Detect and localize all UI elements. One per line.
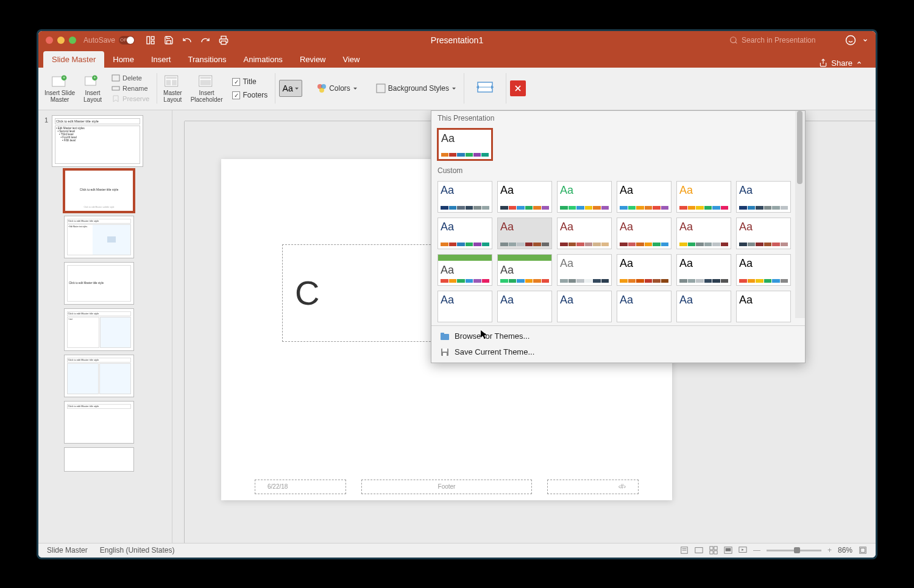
theme-card[interactable]: Aa xyxy=(736,254,791,286)
theme-card[interactable]: Aa xyxy=(557,181,612,213)
theme-card[interactable]: Aa xyxy=(557,218,612,249)
theme-card[interactable]: Aa xyxy=(557,254,612,286)
theme-card[interactable]: Aa xyxy=(676,181,731,213)
save-icon[interactable] xyxy=(164,35,174,45)
tab-slide-master[interactable]: Slide Master xyxy=(43,51,104,68)
layout-thumbnail[interactable] xyxy=(64,447,134,472)
tab-transitions[interactable]: Transitions xyxy=(179,51,235,68)
theme-card[interactable]: Aa xyxy=(497,218,552,249)
insert-slide-master-button[interactable]: + Insert Slide Master xyxy=(42,71,77,105)
background-styles-dropdown[interactable]: Background Styles xyxy=(372,82,460,94)
slide-size-button[interactable] xyxy=(475,79,495,96)
rename-button[interactable]: Rename xyxy=(112,83,149,93)
footers-checkbox[interactable]: Footers xyxy=(232,91,267,99)
theme-card[interactable]: Aa xyxy=(497,254,552,286)
fit-to-window-button[interactable] xyxy=(859,546,867,554)
theme-card[interactable]: Aa xyxy=(438,291,492,322)
theme-card[interactable]: Aa xyxy=(438,218,492,249)
zoom-level[interactable]: 86% xyxy=(838,546,852,554)
sorter-view-button[interactable] xyxy=(709,546,718,554)
svg-rect-17 xyxy=(112,87,119,90)
svg-rect-56 xyxy=(861,548,865,553)
theme-card[interactable]: Aa xyxy=(736,291,791,322)
view-mode-label: Slide Master xyxy=(47,546,88,554)
close-icon xyxy=(514,84,522,93)
theme-card[interactable]: Aa xyxy=(438,254,492,286)
tab-insert[interactable]: Insert xyxy=(143,51,180,68)
theme-card[interactable]: Aa xyxy=(617,291,671,322)
zoom-slider[interactable] xyxy=(767,550,821,551)
layout-thumbnail[interactable]: Click to edit Master title style xyxy=(64,355,134,397)
svg-marker-29 xyxy=(353,88,357,90)
language-label[interactable]: English (United States) xyxy=(100,546,175,554)
slideshow-button[interactable] xyxy=(739,546,747,554)
theme-card[interactable]: Aa xyxy=(676,291,731,322)
svg-marker-25 xyxy=(295,88,299,90)
autosave-toggle[interactable]: AutoSave OFF xyxy=(83,36,135,44)
share-button[interactable]: Share xyxy=(819,58,871,68)
preserve-button[interactable]: Preserve xyxy=(112,94,149,104)
theme-card[interactable]: Aa xyxy=(676,254,731,286)
scrollbar[interactable] xyxy=(795,111,805,318)
print-icon[interactable] xyxy=(219,35,228,45)
delete-button[interactable]: Delete xyxy=(112,73,149,83)
minimize-window[interactable] xyxy=(57,37,65,44)
svg-line-5 xyxy=(735,41,737,43)
theme-card[interactable]: Aa xyxy=(617,218,671,249)
tab-animations[interactable]: Animations xyxy=(235,51,291,68)
layout-thumbnail[interactable]: Click to edit Master title style xyxy=(64,262,134,305)
svg-rect-50 xyxy=(714,551,717,554)
chevron-up-icon xyxy=(856,60,862,66)
theme-card[interactable]: Aa xyxy=(497,291,552,322)
theme-card[interactable]: Aa xyxy=(676,218,731,249)
theme-card[interactable]: Aa xyxy=(438,181,492,213)
theme-card[interactable]: Aa xyxy=(557,291,612,322)
maximize-window[interactable] xyxy=(69,37,76,44)
slide-number-placeholder[interactable]: ‹#› xyxy=(547,480,639,494)
tab-home[interactable]: Home xyxy=(104,51,143,68)
themes-dropdown-button[interactable]: Aa xyxy=(279,80,302,97)
theme-card[interactable]: Aa xyxy=(617,254,671,286)
insert-layout-button[interactable]: + Insert Layout xyxy=(81,71,104,105)
slide-thumbnails-panel: 1 Click to edit Master title style • Edi… xyxy=(38,110,172,543)
tab-review[interactable]: Review xyxy=(291,51,335,68)
layout-thumbnail[interactable]: Click to edit Master title style • text xyxy=(64,308,134,351)
close-window[interactable] xyxy=(46,37,53,44)
svg-rect-46 xyxy=(695,548,703,553)
theme-card[interactable]: Aa xyxy=(736,181,791,213)
tab-view[interactable]: View xyxy=(335,51,369,68)
theme-card[interactable]: Aa xyxy=(736,218,791,249)
save-theme-menuitem[interactable]: Save Current Theme... xyxy=(431,344,805,360)
theme-card[interactable]: Aa xyxy=(438,129,492,160)
svg-rect-52 xyxy=(726,548,731,551)
undo-icon[interactable] xyxy=(182,35,192,45)
insert-placeholder-button[interactable]: Insert Placeholder xyxy=(188,71,225,105)
cursor-icon xyxy=(480,330,490,339)
layout-thumbnail[interactable]: Click to edit Master title style • Edit … xyxy=(64,216,134,258)
layout-thumbnail[interactable]: Click to edit Master title style xyxy=(64,401,134,444)
theme-card[interactable]: Aa xyxy=(497,181,552,213)
normal-view-button[interactable] xyxy=(695,546,703,554)
master-thumbnail[interactable]: Click to edit Master title style • Edit … xyxy=(52,115,143,167)
feedback-icon[interactable] xyxy=(845,35,856,46)
svg-marker-54 xyxy=(742,548,744,551)
search-icon xyxy=(729,36,738,44)
svg-rect-0 xyxy=(147,37,150,44)
home-icon[interactable] xyxy=(146,35,155,45)
colors-dropdown[interactable]: Colors xyxy=(313,82,361,94)
title-checkbox[interactable]: Title xyxy=(232,77,267,86)
statusbar: Slide Master English (United States) — +… xyxy=(38,543,876,558)
redo-icon[interactable] xyxy=(200,35,210,45)
footer-placeholder[interactable]: Footer xyxy=(361,480,532,494)
theme-card[interactable]: Aa xyxy=(617,181,671,213)
date-placeholder[interactable]: 6/22/18 xyxy=(255,480,346,494)
close-master-button[interactable] xyxy=(510,80,526,96)
layout-thumbnail[interactable]: Click to edit Master title style Click t… xyxy=(64,169,134,212)
document-title: Presentation1 xyxy=(431,35,483,45)
notes-button[interactable] xyxy=(680,546,689,554)
chevron-down-icon[interactable] xyxy=(862,37,868,43)
search-input[interactable] xyxy=(742,36,839,44)
search-box[interactable] xyxy=(729,36,839,44)
reading-view-button[interactable] xyxy=(724,546,732,554)
master-layout-button[interactable]: Master Layout xyxy=(161,71,185,105)
